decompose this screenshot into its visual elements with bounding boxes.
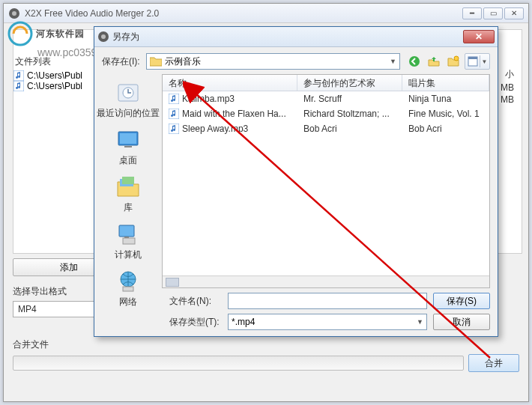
place-library[interactable]: 库 xyxy=(94,173,162,216)
maximize-button[interactable]: ▭ xyxy=(483,7,503,19)
cancel-button[interactable]: 取消 xyxy=(433,314,490,330)
svg-rect-19 xyxy=(123,238,135,244)
folder-icon xyxy=(150,56,162,67)
col-album[interactable]: 唱片集 xyxy=(402,75,489,91)
back-button[interactable] xyxy=(406,53,423,70)
svg-point-7 xyxy=(409,56,420,67)
svg-point-8 xyxy=(454,56,459,61)
format-value: MP4 xyxy=(18,304,37,314)
filename-label: 文件名(N): xyxy=(169,295,222,308)
table-row[interactable]: Sleep Away.mp3Bob AcriBob Acri xyxy=(163,121,489,136)
list-header: 名称 参与创作的艺术家 唱片集 xyxy=(163,75,489,91)
list-item[interactable]: C:\Users\Publ xyxy=(13,81,82,91)
svg-rect-23 xyxy=(169,94,179,104)
save-as-dialog: 另存为 ✕ 保存在(I): 示例音乐 ▼ ▼ 最近访问的位置 桌面 xyxy=(94,26,498,337)
svg-rect-25 xyxy=(169,124,179,134)
svg-rect-17 xyxy=(122,177,134,184)
main-titlebar: X2X Free Video Audio Merger 2.0 ━ ▭ ✕ xyxy=(4,4,528,23)
table-row[interactable]: Maid with the Flaxen Ha...Richard Stoltz… xyxy=(163,106,489,121)
col-name[interactable]: 名称 xyxy=(163,75,297,91)
chevron-down-icon: ▼ xyxy=(417,318,423,326)
save-button[interactable]: 保存(S) xyxy=(433,293,490,309)
svg-rect-15 xyxy=(124,146,132,147)
music-file-icon xyxy=(169,109,179,119)
svg-rect-22 xyxy=(123,287,133,291)
merge-label: 合并文件 xyxy=(13,338,519,351)
file-size: MB xyxy=(501,82,514,94)
chevron-down-icon: ▼ xyxy=(390,58,396,65)
svg-rect-4 xyxy=(13,81,24,91)
music-file-icon xyxy=(169,94,179,104)
place-recent[interactable]: 最近访问的位置 xyxy=(94,79,162,121)
place-desktop[interactable]: 桌面 xyxy=(94,126,162,168)
file-list-label: 文件列表 xyxy=(15,55,51,68)
music-file-icon xyxy=(169,124,179,134)
computer-icon xyxy=(115,222,141,247)
table-row[interactable]: Kalimba.mp3Mr. ScruffNinja Tuna xyxy=(163,91,489,106)
dialog-titlebar: 另存为 ✕ xyxy=(94,27,498,47)
merge-button[interactable]: 合并 xyxy=(468,354,519,372)
new-folder-button[interactable] xyxy=(445,53,462,70)
place-network[interactable]: 网络 xyxy=(94,267,162,310)
current-folder: 示例音乐 xyxy=(165,55,201,68)
minimize-button[interactable]: ━ xyxy=(462,7,482,19)
filetype-value: *.mp4 xyxy=(232,317,255,327)
desktop-icon xyxy=(115,127,141,153)
size-header: 小 xyxy=(501,67,514,82)
svg-rect-3 xyxy=(13,70,24,81)
recent-icon xyxy=(115,80,141,106)
library-icon xyxy=(115,174,141,200)
svg-rect-10 xyxy=(468,57,477,59)
place-computer[interactable]: 计算机 xyxy=(94,220,162,263)
svg-rect-24 xyxy=(169,109,179,119)
network-icon xyxy=(115,269,141,294)
file-size: MB xyxy=(501,94,514,106)
places-bar: 最近访问的位置 桌面 库 计算机 网络 xyxy=(94,74,162,288)
app-icon xyxy=(8,7,20,19)
svg-rect-20 xyxy=(124,237,129,238)
svg-rect-18 xyxy=(119,225,134,237)
file-listing: 名称 参与创作的艺术家 唱片集 Kalimba.mp3Mr. ScruffNin… xyxy=(162,74,490,288)
dialog-title: 另存为 xyxy=(112,31,463,43)
save-in-combo[interactable]: 示例音乐 ▼ xyxy=(146,53,400,70)
svg-rect-14 xyxy=(120,133,136,144)
filetype-combo[interactable]: *.mp4 ▼ xyxy=(228,314,427,330)
up-button[interactable] xyxy=(426,53,442,70)
horizontal-scrollbar[interactable] xyxy=(163,275,489,287)
list-item[interactable]: C:\Users\Publ xyxy=(13,70,82,81)
save-in-label: 保存在(I): xyxy=(102,55,140,68)
dialog-close-button[interactable]: ✕ xyxy=(463,30,495,43)
filetype-label: 保存类型(T): xyxy=(169,316,222,329)
music-file-icon xyxy=(13,81,24,91)
view-menu-button[interactable]: ▼ xyxy=(465,53,490,70)
col-artist[interactable]: 参与创作的艺术家 xyxy=(297,75,402,91)
app-icon xyxy=(97,31,109,43)
filename-input[interactable] xyxy=(228,293,427,309)
main-title: X2X Free Video Audio Merger 2.0 xyxy=(25,8,462,19)
svg-point-6 xyxy=(101,34,106,39)
music-file-icon xyxy=(13,70,24,81)
merge-progress-bar xyxy=(13,356,464,371)
close-button[interactable]: ✕ xyxy=(504,7,524,19)
svg-point-1 xyxy=(12,11,16,16)
